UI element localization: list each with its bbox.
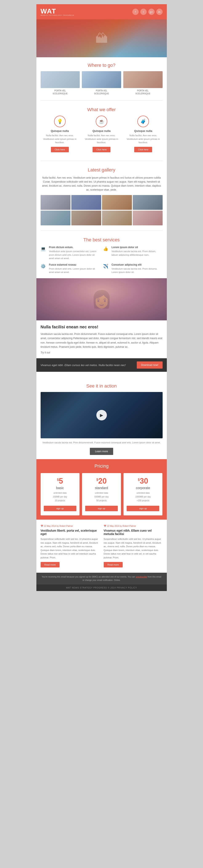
hero-overlay: 🏔: [36, 20, 167, 57]
blog-post-2: 📅 22 May 2014 by Robert Palmer Vivamus e…: [104, 525, 163, 568]
services-grid: 💻 Prom dictum entum. Vestibulum ante ips…: [36, 246, 167, 278]
service-icon-4: ✈️: [103, 264, 109, 269]
price-plan-basic: basic: [44, 486, 76, 490]
price-amount-standard: $20: [85, 477, 118, 485]
gallery-content: Nulla facilisi. Aen nec eros. Vestibulum…: [36, 176, 167, 230]
where-to-go-section: Where to go? PORTA VELSCELERISQUE PORTA …: [36, 57, 167, 99]
linkedin-icon[interactable]: in: [156, 9, 163, 15]
calendar-icon-2: 📅: [104, 525, 106, 527]
read-more-btn-1[interactable]: Read more: [41, 562, 60, 567]
where-img-1: [41, 71, 80, 88]
nulla-content: Nulla facilisi enean nec eros! Vestibulu…: [36, 320, 167, 356]
blog-text-2: Suspendisse sollicitudin velit sed leo. …: [104, 537, 163, 560]
video-caption: Vestibulum sacula lacinia est. Prim dict…: [41, 441, 163, 445]
offer-text-3: Nulla facilisi. Aen nec eros. Vestibulum…: [124, 134, 162, 144]
nulla-image-inner: 👩: [36, 278, 167, 320]
pricing-section: Pricing $5 basic unlimited data100MB per…: [36, 459, 167, 520]
signup-basic-button[interactable]: sign up: [44, 506, 76, 511]
header: WAT WORLD TECHNOLOGY PROGRESS f t g+ in: [36, 4, 167, 20]
gallery-img-4: [133, 195, 163, 210]
gallery-img-5: [41, 211, 70, 225]
signup-standard-button[interactable]: sign up: [85, 506, 118, 511]
logo: WAT: [41, 7, 56, 15]
price-currency-standard: $: [96, 478, 98, 482]
pricing-grid: $5 basic unlimited data100MB per day10 p…: [41, 473, 163, 516]
try-link[interactable]: Try it out: [41, 351, 163, 354]
offer-item-2: ☕ Quisque nulla Nulla facilisi. Aen nec …: [82, 116, 121, 152]
offer-btn-2[interactable]: Click here: [93, 147, 110, 152]
footer-bottom: WAT NEWS STRATEGY PROGRESS © 2014 PRIVAC…: [36, 585, 167, 591]
google-plus-icon[interactable]: g+: [148, 9, 155, 15]
price-plan-corporate: corporate: [127, 486, 159, 490]
offer-icon-2: ☕: [96, 116, 107, 127]
nulla-image: 👩: [36, 278, 167, 320]
hero-image: 🏔: [36, 20, 167, 57]
blog-meta-1: 📅 22 May 2014 by Robert Palmer: [41, 525, 100, 527]
blog-title-2: Vivamus eget nibh. Ellam cueo vel metuda…: [104, 529, 163, 536]
service-text-2: Vestibulum sacula lacinia est. Prom dict…: [111, 250, 163, 256]
latest-gallery-section: Latest gallery Nulla facilisi. Aen nec e…: [36, 162, 167, 230]
blog-section: 📅 22 May 2014 by Robert Palmer Vestibulu…: [36, 520, 167, 573]
latest-gallery-title: Latest gallery: [36, 162, 167, 176]
social-icons: f t g+ in: [132, 9, 163, 15]
price-amount-corporate: $30: [127, 477, 159, 485]
twitter-icon[interactable]: t: [140, 9, 147, 15]
where-img-2: [82, 71, 121, 88]
where-img-3: [123, 71, 163, 88]
service-content-1: Prom dictum entum. Vestibulum ante ipsum…: [49, 246, 100, 260]
unsubscribe-link[interactable]: unsubscribe: [136, 576, 147, 578]
where-item-2: PORTA VELSCELERISQUE: [82, 71, 121, 95]
price-plan-standard: standard: [85, 486, 118, 490]
read-more-btn-2[interactable]: Read more: [104, 562, 123, 567]
gallery-img-1: [41, 195, 70, 210]
gallery-description: Nulla facilisi. Aen nec eros. Vestibulum…: [41, 176, 163, 192]
gallery-img-7: [102, 211, 132, 225]
pricing-title: Pricing: [41, 463, 163, 469]
offer-title-3: Quisque nulla: [124, 129, 162, 132]
video-thumbnail[interactable]: ▶: [41, 392, 163, 438]
service-content-4: Consetuer adipiscing elit Vestibulum sac…: [111, 263, 163, 274]
where-label-1: PORTA VELSCELERISQUE: [41, 89, 80, 95]
offer-icon-3: 🧳: [137, 116, 149, 127]
where-to-go-title: Where to go?: [36, 57, 167, 71]
where-item-1: PORTA VELSCELERISQUE: [41, 71, 80, 95]
learn-more-button[interactable]: Learn more: [90, 448, 113, 455]
gallery-img-3: [102, 195, 132, 210]
facebook-icon[interactable]: f: [132, 9, 139, 15]
offer-btn-3[interactable]: Click here: [134, 147, 152, 152]
gallery-img-8: [133, 211, 163, 225]
see-action-section: See it in action ▶ Vestibulum sacula lac…: [36, 374, 167, 459]
where-label-3: PORTA VELSCELERISQUE: [123, 89, 163, 95]
download-button[interactable]: Download now!: [137, 362, 162, 369]
divider-2: [41, 161, 163, 161]
service-title-2: Lorem ipsum dolor sit: [111, 246, 163, 249]
service-title-4: Consetuer adipiscing elit: [111, 263, 163, 266]
signup-corporate-button[interactable]: sign up: [127, 506, 159, 511]
price-features-basic: unlimited data100MB per day10 projects: [44, 491, 76, 502]
service-item-4: ✈️ Consetuer adipiscing elit Vestibulum …: [103, 263, 163, 274]
service-text-3: Prom dictum ariel erts. Lorem ipsum dolo…: [49, 267, 100, 274]
price-amount-basic: $5: [44, 477, 76, 485]
pricing-card-basic: $5 basic unlimited data100MB per day10 p…: [41, 473, 79, 516]
email-wrapper: WAT WORLD TECHNOLOGY PROGRESS f t g+ in …: [36, 4, 167, 591]
offer-item-1: 💡 Quisque nulla Nulla facilisi. Aen nec …: [41, 116, 79, 152]
divider-3: [41, 230, 163, 231]
where-item-3: PORTA VELSCELERISQUE: [123, 71, 163, 95]
where-grid: PORTA VELSCELERISQUE PORTA VELSCELERISQU…: [36, 71, 167, 99]
gallery-img-2: [71, 195, 101, 210]
price-currency-basic: $: [57, 478, 59, 482]
service-text-1: Vestibulum ante ipsum consectetur est. L…: [49, 250, 100, 260]
footer-bottom-text: WAT NEWS STRATEGY PROGRESS © 2014 PRIVAC…: [41, 587, 163, 589]
offer-grid: 💡 Quisque nulla Nulla facilisi. Aen nec …: [36, 116, 167, 160]
service-icon-3: ⚙️: [41, 264, 47, 269]
logo-area: WAT WORLD TECHNOLOGY PROGRESS: [41, 7, 74, 16]
blog-post-1: 📅 22 May 2014 by Robert Palmer Vestibulu…: [41, 525, 100, 568]
offer-item-3: 🧳 Quisque nulla Nulla facilisi. Aen nec …: [124, 116, 162, 152]
service-title-3: Fusce eulamod roseau: [49, 263, 100, 266]
blog-text-1: Suspendisse sollicitudin velit sed leo. …: [41, 537, 100, 560]
play-button[interactable]: ▶: [96, 410, 107, 421]
offer-btn-1[interactable]: Click here: [51, 147, 69, 152]
footer-notice: You're receiving this email because you …: [36, 573, 167, 585]
price-features-corporate: unlimited data1000MB per day+100 project…: [127, 491, 159, 502]
nulla-text: Vestibulum sacula lacinia est. Prom dict…: [41, 332, 163, 349]
